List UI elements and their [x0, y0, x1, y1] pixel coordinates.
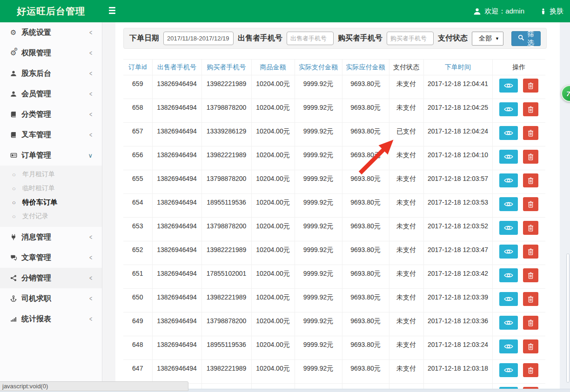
delete-button[interactable]: [523, 79, 538, 93]
delete-button[interactable]: [523, 316, 538, 330]
badge-count: 7: [566, 90, 570, 98]
sidebar-item-categories[interactable]: 分类管理 <: [0, 104, 102, 125]
view-button[interactable]: [499, 292, 518, 306]
sidebar-item-permissions[interactable]: ⚙⚙ 权限管理 <: [0, 43, 102, 63]
sidebar-item-articles[interactable]: 文章管理 <: [0, 247, 102, 268]
delete-button[interactable]: [523, 173, 538, 187]
cell-buyer-phone: 13982221989: [201, 146, 251, 170]
plug-icon: [10, 234, 21, 240]
cell-actions: [492, 265, 545, 289]
cell-buyer-phone: 13982221989: [201, 241, 251, 265]
sidebar-subitem-temp-orders[interactable]: ○ 临时租订单: [0, 181, 102, 195]
chevron-collapsed-icon: <: [89, 111, 92, 118]
col-paid[interactable]: 实际支付金额: [295, 60, 342, 75]
col-payable[interactable]: 实际应付金额: [342, 60, 389, 75]
cell-seller-phone: 13826946494: [152, 99, 201, 123]
filter-button[interactable]: 筛选: [511, 31, 541, 46]
cell-payable: 9693.80元: [342, 194, 389, 218]
user-icon: [10, 91, 21, 97]
vertical-scrollbar-thumb[interactable]: [566, 253, 570, 383]
delete-button[interactable]: [523, 339, 538, 353]
col-amount[interactable]: 商品金额: [251, 60, 295, 75]
view-button[interactable]: [499, 173, 518, 187]
hamburger-menu-icon[interactable]: [109, 6, 118, 16]
skin-label: 换肤: [550, 7, 563, 16]
cell-order-id: 658: [123, 99, 152, 123]
cell-time: 2017-12-18 12:03:57: [423, 170, 492, 194]
col-buyer-phone[interactable]: 购买者手机号: [201, 60, 251, 75]
col-order-id[interactable]: 订单id: [123, 60, 152, 75]
sidebar-item-messages[interactable]: 消息管理 <: [0, 227, 102, 247]
cell-status: 未支付: [389, 146, 423, 170]
cell-time: 2017-12-18 12:03:52: [423, 218, 492, 241]
cell-actions: [492, 123, 545, 146]
table-row: 659 13826946494 13982221989 10204.00元 99…: [123, 75, 545, 99]
sidebar-subitem-special-orders[interactable]: ○ 特价车订单: [0, 195, 102, 209]
delete-button[interactable]: [523, 221, 538, 235]
cell-buyer-phone: 13798878200: [201, 170, 251, 194]
view-button[interactable]: [499, 339, 518, 353]
delete-button[interactable]: [523, 292, 538, 306]
cell-payable: 9693.80元: [342, 241, 389, 265]
delete-button[interactable]: [523, 197, 538, 211]
delete-button[interactable]: [523, 245, 538, 259]
cell-payable: 9693.80元: [342, 75, 389, 99]
chevron-collapsed-icon: <: [89, 70, 92, 77]
cell-amount: 10204.00元: [251, 194, 295, 218]
order-date-input[interactable]: [163, 32, 234, 45]
view-button[interactable]: [499, 245, 518, 259]
payment-status-select[interactable]: 全部 ▼: [472, 32, 503, 46]
col-seller-phone[interactable]: 出售者手机号: [152, 60, 201, 75]
sidebar-item-system-settings[interactable]: ⚙ 系统设置 <: [0, 22, 102, 43]
cell-buyer-phone: 13982221989: [201, 75, 251, 99]
view-button[interactable]: [499, 102, 518, 116]
cell-status: 未支付: [389, 241, 423, 265]
sidebar-subitem-payment-records[interactable]: ○ 支付记录: [0, 209, 102, 223]
view-button[interactable]: [499, 126, 518, 140]
cell-time: 2017-12-18 12:03:39: [423, 289, 492, 312]
sidebar-subitem-yearly-orders[interactable]: ○ 年月租订单: [0, 167, 102, 181]
delete-button[interactable]: [523, 268, 538, 282]
view-button[interactable]: [499, 197, 518, 211]
cell-seller-phone: 13826946494: [152, 241, 201, 265]
delete-button[interactable]: [523, 102, 538, 116]
chevron-collapsed-icon: <: [89, 315, 92, 323]
view-button[interactable]: [499, 150, 518, 164]
sidebar-nav: ⚙ 系统设置 < ⚙⚙ 权限管理 < 股东后台 < 会员管理 <: [0, 22, 102, 392]
cell-actions: [492, 146, 545, 170]
col-status: 支付状态: [389, 60, 423, 75]
sidebar-item-distribution[interactable]: 分销管理 <: [0, 268, 102, 288]
view-button[interactable]: [499, 316, 518, 330]
delete-button[interactable]: [523, 363, 538, 377]
cell-time: 2017-12-18 12:04:10: [423, 146, 492, 170]
delete-button[interactable]: [523, 126, 538, 140]
comments-icon: [10, 254, 21, 261]
app-title: 好运旺后台管理: [17, 5, 85, 18]
sidebar-item-orders[interactable]: 订单管理 ∨: [0, 145, 102, 166]
cell-buyer-phone: 13982221989: [201, 289, 251, 312]
change-skin-button[interactable]: 换肤: [540, 7, 563, 16]
orders-submenu: ○ 年月租订单 ○ 临时租订单 ○ 特价车订单 ○ 支付记录: [0, 166, 102, 227]
sidebar-item-forklift[interactable]: 叉车管理 <: [0, 125, 102, 145]
cell-seller-phone: 13826946494: [152, 336, 201, 360]
welcome-admin[interactable]: 欢迎：admin: [473, 7, 524, 16]
sidebar-item-members[interactable]: 会员管理 <: [0, 84, 102, 104]
sidebar-item-shareholder[interactable]: 股东后台 <: [0, 63, 102, 84]
buyer-phone-input[interactable]: [387, 32, 434, 45]
view-button[interactable]: [499, 221, 518, 235]
view-button[interactable]: [499, 79, 518, 93]
cell-paid: 9999.92元: [295, 360, 342, 384]
cell-buyer-phone: 17855102001: [201, 265, 251, 289]
cell-time: 2017-12-18 12:03:42: [423, 265, 492, 289]
cell-status: 未支付: [389, 99, 423, 123]
user-icon: [10, 70, 21, 77]
view-button[interactable]: [499, 268, 518, 282]
sidebar-item-driver-jobs[interactable]: 司机求职 <: [0, 288, 102, 309]
circle-icon: ○: [12, 199, 22, 206]
sidebar-item-statistics[interactable]: 统计报表 <: [0, 309, 102, 329]
seller-phone-input[interactable]: [287, 32, 334, 45]
delete-button[interactable]: [523, 150, 538, 164]
col-time[interactable]: 下单时间: [423, 60, 492, 75]
view-button[interactable]: [499, 363, 518, 377]
cell-seller-phone: 13826946494: [152, 146, 201, 170]
